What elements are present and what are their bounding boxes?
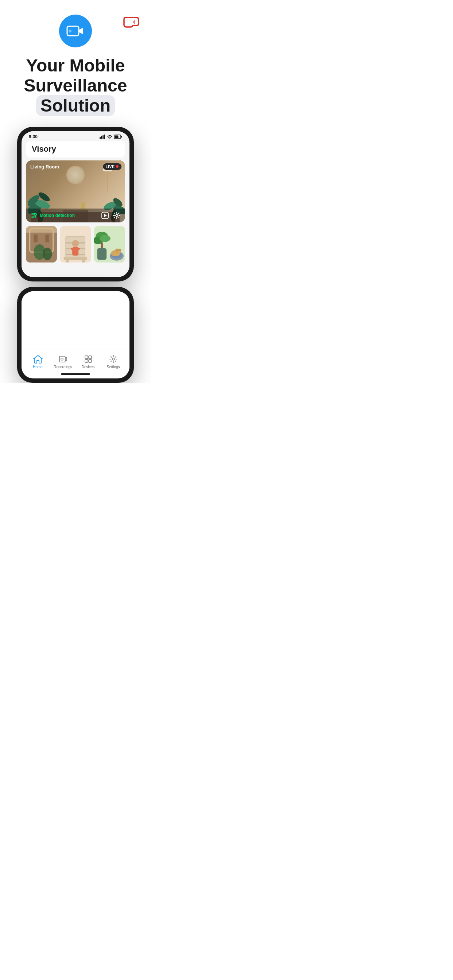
tab-devices[interactable]: Devices <box>75 355 100 369</box>
devices-icon <box>83 355 93 364</box>
motion-bar: Motion detection <box>26 208 125 223</box>
svg-rect-36 <box>64 257 87 260</box>
camera-feed[interactable]: Living Room LIVE <box>26 161 125 223</box>
svg-point-54 <box>115 248 118 251</box>
thumbnail-dog[interactable] <box>94 226 125 262</box>
tab-bar: Home Recordings <box>22 350 129 371</box>
phone-mockup-top: 9:30 <box>0 127 151 282</box>
recordings-tab-label: Recordings <box>54 365 72 369</box>
svg-rect-55 <box>59 356 65 362</box>
phone-frame: 9:30 <box>17 127 134 282</box>
svg-rect-61 <box>89 360 91 363</box>
settings-tab-label: Settings <box>107 365 120 369</box>
live-badge: LIVE <box>103 163 121 170</box>
app-title: Visory <box>26 141 125 158</box>
svg-rect-48 <box>97 248 107 259</box>
thumbnail-child[interactable] <box>60 226 91 262</box>
thumbnail-courtyard[interactable] <box>26 226 57 262</box>
hero-section: Your Mobile Surveillance Solution <box>0 0 151 116</box>
status-icons <box>100 135 122 139</box>
svg-point-23 <box>116 215 118 216</box>
tab-settings[interactable]: Settings <box>100 355 126 369</box>
svg-point-39 <box>72 240 79 247</box>
svg-point-20 <box>34 213 37 215</box>
svg-point-1 <box>69 30 72 32</box>
devices-tab-label: Devices <box>82 365 95 369</box>
svg-marker-22 <box>104 214 107 217</box>
svg-rect-60 <box>85 360 88 363</box>
phone-frame-bottom: Home Recordings <box>17 287 134 383</box>
thumbnail-grid <box>22 223 129 266</box>
svg-point-57 <box>61 358 63 360</box>
svg-point-53 <box>118 249 121 251</box>
tab-home[interactable]: Home <box>25 355 50 369</box>
svg-rect-37 <box>65 259 69 262</box>
decorative-icon <box>123 14 140 30</box>
svg-point-62 <box>112 358 115 360</box>
svg-rect-3 <box>101 136 102 139</box>
recordings-icon <box>58 355 68 364</box>
main-headline: Your Mobile Surveillance Solution <box>17 56 135 116</box>
status-bar: 9:30 <box>22 131 129 141</box>
home-indicator <box>61 373 90 375</box>
svg-point-46 <box>100 235 110 242</box>
svg-marker-56 <box>65 357 67 361</box>
svg-rect-27 <box>33 234 38 242</box>
svg-rect-4 <box>102 135 104 139</box>
motion-text: Motion detection <box>30 212 75 219</box>
home-icon <box>33 355 43 364</box>
svg-rect-8 <box>115 135 118 138</box>
home-tab-label: Home <box>33 365 43 369</box>
live-indicator <box>116 165 118 168</box>
camera-controls <box>101 212 121 220</box>
svg-rect-41 <box>71 248 75 250</box>
tab-recordings[interactable]: Recordings <box>50 355 75 369</box>
svg-rect-5 <box>104 135 105 139</box>
room-label: Living Room <box>30 164 59 170</box>
svg-rect-58 <box>85 356 88 359</box>
svg-rect-38 <box>82 259 85 262</box>
settings-icon <box>109 355 118 364</box>
status-time: 9:30 <box>29 134 38 139</box>
svg-rect-2 <box>100 137 100 139</box>
svg-point-30 <box>43 248 52 260</box>
svg-rect-7 <box>121 135 122 137</box>
svg-rect-59 <box>89 356 91 359</box>
svg-rect-28 <box>45 234 49 242</box>
app-icon <box>59 14 92 48</box>
phone-mockup-bottom: Home Recordings <box>0 287 151 383</box>
svg-rect-42 <box>76 248 80 250</box>
